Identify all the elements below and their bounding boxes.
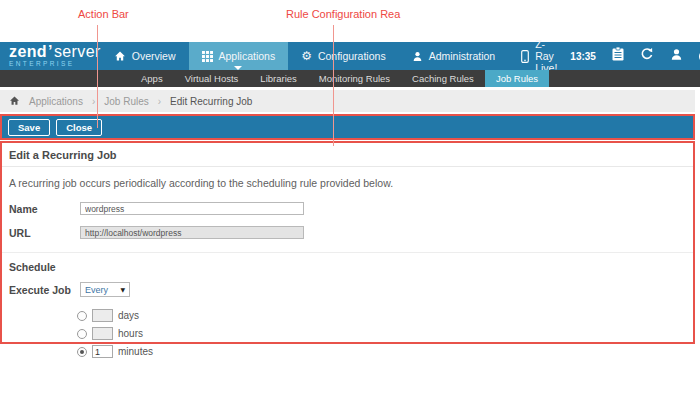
subnav-item-job-rules[interactable]: Job Rules [485,70,549,87]
gears-icon: ⚙ [301,50,312,62]
screen: Action Bar Rule Configuration Rea zend’s… [0,0,700,412]
navbar-right: 13:35 ? [570,42,700,70]
grid-icon [202,51,213,62]
breadcrumb-separator: › [92,96,95,107]
subnav-item-monitoring-rules[interactable]: Monitoring Rules [308,70,401,87]
breadcrumb: Applications › Job Rules › Edit Recurrin… [0,90,695,112]
annotation-line [97,25,98,128]
minutes-label: minutes [118,346,153,357]
url-label: URL [9,227,80,239]
interval-row-days: days [77,309,693,322]
home-icon [114,50,126,62]
minutes-input[interactable] [92,345,113,358]
subnav-item-libraries[interactable]: Libraries [249,70,307,87]
nav-item-label: Overview [132,50,176,62]
minutes-radio[interactable] [77,347,87,357]
page-description: A recurring job occurs periodically acco… [2,167,693,195]
days-label: days [118,310,139,321]
sub-navbar: Apps Virtual Hosts Libraries Monitoring … [0,70,700,87]
chevron-down-icon: ▼ [120,286,125,293]
annotation-action-bar-label: Action Bar [78,8,129,20]
name-field-row: Name [2,198,693,219]
nav-item-label: Applications [219,50,276,62]
nav-item-configurations[interactable]: ⚙ Configurations [288,42,398,70]
save-button[interactable]: Save [8,119,50,136]
url-input [80,226,304,239]
select-value: Every [85,285,108,295]
logo-brand: zend [9,43,47,60]
breadcrumb-job-rules[interactable]: Job Rules [104,96,148,107]
main-nav: Overview Applications ⚙ Configurations A… [101,42,571,70]
subnav-spacer [0,70,130,87]
subnav-item-virtual-hosts[interactable]: Virtual Hosts [174,70,250,87]
interval-options: days hours minutes [77,309,693,358]
annotation-rule-configuration-label: Rule Configuration Rea [286,8,400,20]
nav-item-zray-live[interactable]: Z-Ray Live! [508,42,570,70]
phone-icon [521,50,529,63]
top-navbar: zend’server ENTERPRISE Overview Applicat… [0,42,700,70]
nav-item-label: Administration [429,50,496,62]
nav-item-overview[interactable]: Overview [101,42,189,70]
logo-product: server [54,43,101,60]
name-input[interactable] [80,202,304,215]
action-bar: Save Close [0,114,695,140]
days-radio[interactable] [77,311,87,321]
clipboard-icon[interactable] [612,47,624,65]
home-icon[interactable] [9,95,20,108]
interval-row-hours: hours [77,327,693,340]
hours-input[interactable] [92,327,113,340]
annotation-line [333,25,334,146]
nav-item-label: Configurations [318,50,386,62]
execute-job-row: Execute Job Every ▼ [2,278,693,301]
close-button[interactable]: Close [56,119,102,136]
hours-radio[interactable] [77,329,87,339]
rule-configuration-panel: Edit a Recurring Job A recurring job occ… [0,141,695,344]
breadcrumb-applications[interactable]: Applications [29,96,83,107]
days-input[interactable] [92,309,113,322]
logo-text: zend’server [9,44,101,60]
breadcrumb-current-page: Edit Recurring Job [170,96,252,107]
nav-item-applications[interactable]: Applications [189,42,289,70]
hours-label: hours [118,328,143,339]
user-icon[interactable] [670,47,683,65]
execute-job-label: Execute Job [9,284,80,296]
subnav-item-apps[interactable]: Apps [130,70,174,87]
schedule-section-title: Schedule [2,252,693,275]
logo-tick: ’ [48,43,53,60]
interval-row-minutes: minutes [77,345,693,358]
name-label: Name [9,203,80,215]
clock: 13:35 [570,51,596,62]
url-field-row: URL [2,222,693,243]
refresh-icon[interactable] [640,47,654,65]
nav-item-label: Z-Ray Live! [535,38,557,74]
nav-item-administration[interactable]: Administration [399,42,509,70]
breadcrumb-separator: › [158,96,161,107]
page-title: Edit a Recurring Job [2,143,693,167]
person-icon [412,51,423,62]
subnav-item-caching-rules[interactable]: Caching Rules [401,70,485,87]
logo-edition: ENTERPRISE [9,61,101,68]
zend-server-logo: zend’server ENTERPRISE [0,42,101,70]
execute-job-select[interactable]: Every ▼ [80,282,130,297]
